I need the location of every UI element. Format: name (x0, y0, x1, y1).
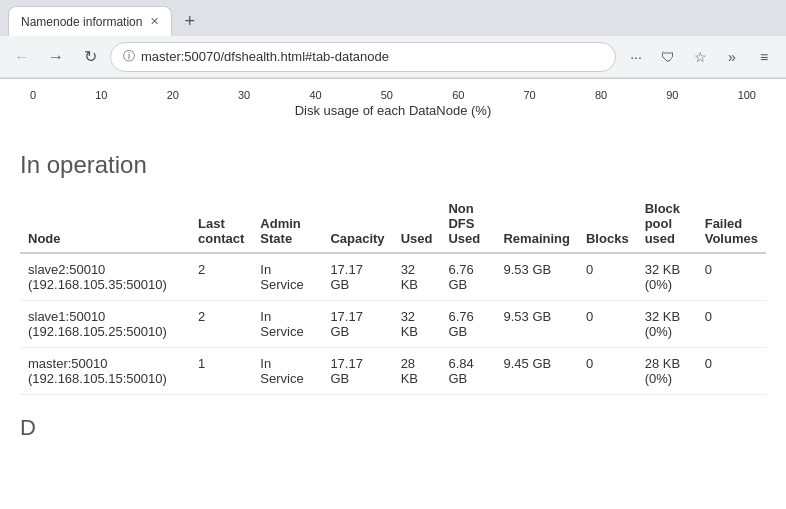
td-admin-state: In Service (252, 301, 322, 348)
th-last-contact: Lastcontact (190, 195, 252, 253)
disk-usage-axis: 0 10 20 30 40 50 60 70 80 90 100 (20, 89, 766, 101)
shield-icon[interactable]: 🛡 (654, 43, 682, 71)
browser-chrome: Namenode information ✕ + ← → ↻ ⓘ master:… (0, 0, 786, 79)
td-non-dfs-used: 6.76 GB (440, 253, 495, 301)
td-used: 28 KB (393, 348, 441, 395)
bottom-section-letter: D (20, 415, 36, 440)
td-used: 32 KB (393, 253, 441, 301)
address-text: master:50070/dfshealth.html#tab-datanode (141, 49, 603, 64)
th-last-contact-label: Lastcontact (198, 216, 244, 246)
td-node: slave1:50010 (192.168.105.25:50010) (20, 301, 190, 348)
axis-label-10: 10 (95, 89, 107, 101)
td-non-dfs-used: 6.76 GB (440, 301, 495, 348)
lock-icon: ⓘ (123, 48, 135, 65)
th-non-dfs-used: NonDFSUsed (440, 195, 495, 253)
td-last-contact: 2 (190, 301, 252, 348)
table-row: slave1:50010 (192.168.105.25:50010) 2 In… (20, 301, 766, 348)
axis-label-50: 50 (381, 89, 393, 101)
th-block-pool-label: Blockpoolused (645, 201, 680, 246)
extend-button[interactable]: » (718, 43, 746, 71)
td-blocks: 0 (578, 253, 637, 301)
td-non-dfs-used: 6.84 GB (440, 348, 495, 395)
datanode-table: Node Lastcontact Admin State Capacity Us… (20, 195, 766, 395)
td-last-contact: 1 (190, 348, 252, 395)
axis-label-70: 70 (524, 89, 536, 101)
more-button[interactable]: ··· (622, 43, 650, 71)
new-tab-button[interactable]: + (178, 11, 201, 32)
tab-bar: Namenode information ✕ + (0, 0, 786, 36)
table-body: slave2:50010 (192.168.105.35:50010) 2 In… (20, 253, 766, 395)
address-bar[interactable]: ⓘ master:50070/dfshealth.html#tab-datano… (110, 42, 616, 72)
td-capacity: 17.17 GB (322, 301, 392, 348)
axis-label-90: 90 (666, 89, 678, 101)
td-remaining: 9.53 GB (495, 253, 578, 301)
table-row: master:50010 (192.168.105.15:50010) 1 In… (20, 348, 766, 395)
td-blocks: 0 (578, 301, 637, 348)
th-failed-volumes: FailedVolumes (697, 195, 766, 253)
td-last-contact: 2 (190, 253, 252, 301)
td-capacity: 17.17 GB (322, 253, 392, 301)
th-block-pool-used: Blockpoolused (637, 195, 697, 253)
td-failed-volumes: 0 (697, 348, 766, 395)
axis-label-40: 40 (309, 89, 321, 101)
bottom-section-partial: D (20, 415, 766, 441)
axis-label-0: 0 (30, 89, 36, 101)
tab-close-button[interactable]: ✕ (150, 15, 159, 28)
menu-button[interactable]: ≡ (750, 43, 778, 71)
td-failed-volumes: 0 (697, 253, 766, 301)
td-remaining: 9.45 GB (495, 348, 578, 395)
td-used: 32 KB (393, 301, 441, 348)
th-blocks: Blocks (578, 195, 637, 253)
td-remaining: 9.53 GB (495, 301, 578, 348)
page-content: 0 10 20 30 40 50 60 70 80 90 100 Disk us… (0, 79, 786, 509)
axis-label-30: 30 (238, 89, 250, 101)
th-failed-label: FailedVolumes (705, 216, 758, 246)
td-admin-state: In Service (252, 253, 322, 301)
th-admin-state: Admin State (252, 195, 322, 253)
td-block-pool-used: 28 KB (0%) (637, 348, 697, 395)
active-tab[interactable]: Namenode information ✕ (8, 6, 172, 36)
node-name: master:50010 (28, 356, 108, 371)
back-button[interactable]: ← (8, 43, 36, 71)
forward-button[interactable]: → (42, 43, 70, 71)
axis-label-60: 60 (452, 89, 464, 101)
node-name: slave1:50010 (28, 309, 105, 324)
td-failed-volumes: 0 (697, 301, 766, 348)
node-ip: (192.168.105.15:50010) (28, 371, 167, 386)
table-header-row: Node Lastcontact Admin State Capacity Us… (20, 195, 766, 253)
node-ip: (192.168.105.35:50010) (28, 277, 167, 292)
td-block-pool-used: 32 KB (0%) (637, 253, 697, 301)
td-node: master:50010 (192.168.105.15:50010) (20, 348, 190, 395)
td-blocks: 0 (578, 348, 637, 395)
node-name: slave2:50010 (28, 262, 105, 277)
refresh-button[interactable]: ↻ (76, 43, 104, 71)
disk-usage-section: 0 10 20 30 40 50 60 70 80 90 100 Disk us… (20, 79, 766, 131)
th-node: Node (20, 195, 190, 253)
axis-label-20: 20 (167, 89, 179, 101)
node-ip: (192.168.105.25:50010) (28, 324, 167, 339)
in-operation-title: In operation (20, 151, 766, 179)
th-used: Used (393, 195, 441, 253)
star-button[interactable]: ☆ (686, 43, 714, 71)
nav-right-buttons: ··· 🛡 ☆ » ≡ (622, 43, 778, 71)
td-node: slave2:50010 (192.168.105.35:50010) (20, 253, 190, 301)
td-block-pool-used: 32 KB (0%) (637, 301, 697, 348)
table-row: slave2:50010 (192.168.105.35:50010) 2 In… (20, 253, 766, 301)
disk-usage-title: Disk usage of each DataNode (%) (20, 103, 766, 118)
axis-label-80: 80 (595, 89, 607, 101)
th-remaining: Remaining (495, 195, 578, 253)
td-capacity: 17.17 GB (322, 348, 392, 395)
th-non-dfs-label: NonDFSUsed (448, 201, 480, 246)
th-capacity: Capacity (322, 195, 392, 253)
td-admin-state: In Service (252, 348, 322, 395)
axis-label-100: 100 (738, 89, 756, 101)
tab-title: Namenode information (21, 15, 142, 29)
nav-bar: ← → ↻ ⓘ master:50070/dfshealth.html#tab-… (0, 36, 786, 78)
